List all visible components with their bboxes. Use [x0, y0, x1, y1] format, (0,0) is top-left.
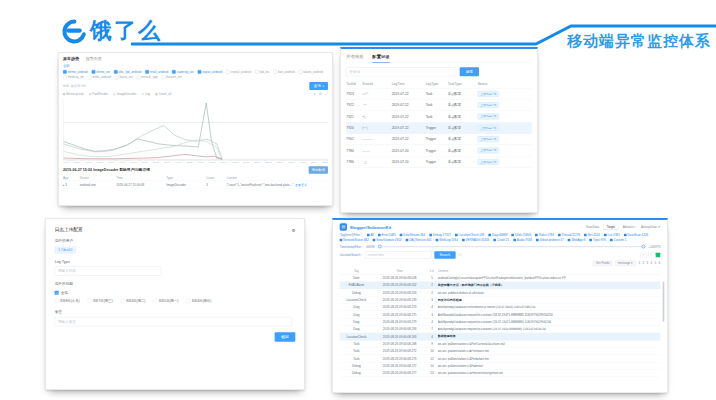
date-option-checkbox[interactable]: 8月8日(今天)	[55, 299, 80, 304]
log-type-input[interactable]: 请输入内容	[55, 266, 162, 275]
table-row[interactable]: 7786· △2019-07-20Trigger手动配置上传日志详情	[346, 156, 531, 167]
app-filter-checkbox[interactable]: retail_android	[145, 70, 168, 74]
page-number[interactable]: 2	[643, 262, 645, 265]
tag-filter-checkbox[interactable]: Crash:21	[493, 238, 509, 241]
tag-filter-checkbox[interactable]: NetworkStatus:682	[340, 238, 369, 241]
table-row[interactable]: 7780— —2019-07-20Trigger手动配置上传日志详情	[346, 145, 531, 156]
table-row[interactable]: 7922· • ·2019-07-22Task手动配置上传日志详情	[346, 100, 531, 111]
page-number[interactable]: 1	[639, 262, 641, 265]
app-filter-checkbox[interactable]: eleme_android	[63, 70, 88, 74]
log-row[interactable]: Diag2019-08-26 09:00:08.2937AsklSpeedyDa…	[340, 326, 661, 333]
tag-filter-checkbox[interactable]: DataStream:364	[400, 233, 426, 236]
log-row[interactable]: Task2019-08-26 09:00:08.27210ws.ars.:pal…	[340, 348, 661, 355]
legend-item[interactable]: Crash_all	[155, 92, 171, 95]
upload-log-detail-button[interactable]: 上传日志详情	[478, 159, 499, 165]
app-filter-checkbox[interactable]: eleme_ios	[92, 70, 110, 74]
tag-filter-checkbox[interactable]: DataScan:1226	[624, 233, 648, 236]
log-row[interactable]: Diag2019-08-26 09:00:08.2734AsklSpeedyDa…	[340, 304, 661, 311]
date-option-checkbox[interactable]: 8月7日(周三)	[88, 299, 113, 304]
app-filter-checkbox[interactable]: talaris_android	[299, 70, 323, 74]
table-row[interactable]: 7920|▪ ▪|2019-07-22Trigger手动配置上传日志详情	[346, 122, 531, 133]
app-filter-checkbox[interactable]: supervip_ios	[172, 70, 194, 74]
table-row[interactable]: 7923≈≈*¹2019-07-22Task手动配置上传日志详情	[346, 88, 531, 99]
tag-filter-checkbox[interactable]: VERNAUtil:31346	[462, 238, 490, 241]
app-filter-checkbox[interactable]: lpd_ios	[255, 70, 269, 74]
tag-filter-checkbox[interactable]: WebApp:6	[568, 238, 586, 241]
log-row[interactable]: Debug2019-08-26 09:00:08.27710ws.ars.:pa…	[340, 362, 661, 369]
date-option-checkbox[interactable]: 8月4日(周日)	[186, 299, 211, 304]
page-number[interactable]: 3	[647, 262, 649, 265]
field-select[interactable]: message ▾	[615, 261, 635, 266]
tag-filter-checkbox[interactable]: Net:4146	[584, 233, 600, 236]
legend-item[interactable]: MemoryLeak	[63, 92, 84, 95]
app-filter-checkbox[interactable]: horus_ios	[115, 76, 133, 80]
log-row[interactable]: LocationCheck2019-08-26 09:00:08.2333网页访…	[340, 296, 661, 303]
app-filter-checkbox[interactable]: medusa_ios	[63, 76, 84, 80]
log-search-button[interactable]: Search	[434, 251, 455, 258]
log-row[interactable]: EVADAlarm2019-08-26 09:00:08.2022监控报警已开启…	[340, 282, 661, 289]
tag-filter-checkbox[interactable]: Topic:876	[589, 238, 606, 241]
upload-log-detail-button[interactable]: 上传日志详情	[478, 102, 499, 108]
download-icon[interactable]: ⇣	[313, 92, 316, 96]
tag-filter-checkbox[interactable]: Urban.probinet:17	[536, 238, 564, 241]
log-row[interactable]: Task2019-08-26 09:00:08.27312ws.ars.:pal…	[340, 355, 661, 362]
legend-item[interactable]: FastRender	[89, 92, 108, 95]
query-button[interactable]: 查询 ▾	[309, 82, 328, 90]
log-row[interactable]: Debug2019-08-26 09:00:08.2032ws.ars: pub…	[340, 289, 661, 296]
slider-handle-left[interactable]	[378, 245, 382, 249]
tab-all-templates[interactable]: 所有模板	[346, 54, 363, 60]
log-search-input[interactable]: content filter	[365, 251, 432, 258]
gear-icon[interactable]: ⚙	[291, 227, 295, 232]
tag-filter-checkbox[interactable]: Error:5485	[378, 233, 396, 236]
page-number[interactable]: 5	[655, 262, 657, 265]
submit-button[interactable]: 确定	[275, 332, 296, 341]
page-prev-button[interactable]: ‹	[640, 252, 646, 258]
log-row[interactable]: Diag2019-08-26 09:00:08.2753AsklSpeedyDa…	[340, 311, 661, 318]
view-more-link[interactable]: 查看更多	[295, 183, 307, 186]
date-option-checkbox[interactable]: 8月5日(周一)	[153, 299, 178, 304]
app-filter-checkbox[interactable]: crystal_android	[226, 70, 251, 74]
tag-filter-checkbox[interactable]: DAQService:461	[406, 238, 432, 241]
refresh-icon[interactable]: ⟳	[319, 92, 322, 96]
app-filter-checkbox[interactable]: beacon_ios	[162, 76, 182, 80]
get-fields-button[interactable]: Get Fields	[593, 261, 612, 266]
log-row[interactable]: Date2019-08-26 09:00:08.0285androidConfi…	[340, 274, 661, 281]
filter-all-link[interactable]: 全部	[63, 63, 328, 68]
table-row[interactable]: 7921¬| ,·2019-07-22Task手动配置上传日志详情	[346, 111, 531, 122]
search-button[interactable]: 搜索	[460, 67, 479, 76]
legend-item[interactable]: ImageDecoder	[113, 92, 136, 95]
app-filter-checkbox[interactable]: walle_android	[88, 76, 111, 80]
upload-log-detail-button[interactable]: 上传日志详情	[478, 91, 499, 97]
upload-log-detail-button[interactable]: 上传日志详情	[478, 148, 499, 154]
page-number[interactable]: 6	[659, 262, 661, 265]
log-row[interactable]: Debug2019-08-26 09:00:08.27713ws.ars.:pa…	[340, 370, 661, 377]
legend-item[interactable]: Lag	[142, 92, 150, 95]
table-row[interactable]: ▸ 3android.arm2019-06-27 15:00:08ImageDe…	[63, 181, 328, 189]
upload-log-detail-button[interactable]: 上传日志详情	[478, 125, 499, 131]
upload-log-detail-button[interactable]: 上传日志详情	[478, 136, 499, 142]
select-all-checkbox[interactable]: ✓ 全选	[55, 290, 296, 295]
tag-filter-checkbox[interactable]: Audio:7603	[513, 238, 532, 241]
export-green-icon[interactable]	[656, 253, 661, 258]
header-action-advance[interactable]: Advance↑	[623, 225, 637, 228]
page-number[interactable]: 4	[651, 262, 653, 265]
tag-filter-checkbox[interactable]: UI/dc:20846	[511, 233, 531, 236]
tag-filter-checkbox[interactable]: Lve:2381	[604, 233, 620, 236]
slider-handle-right[interactable]	[642, 245, 646, 249]
tab-config-records[interactable]: 配置记录	[372, 54, 389, 60]
tab-alarm-list[interactable]: 报警列表	[86, 56, 102, 62]
fullscreen-icon[interactable]: ⤢	[325, 92, 328, 96]
tag-filter-checkbox[interactable]: Debug:17557	[429, 233, 451, 236]
tag-filter-checkbox[interactable]: LocationCheck:198	[455, 233, 484, 236]
log-row[interactable]: Diag2019-08-26 09:00:08.2794AsklSpeedyDa…	[340, 318, 661, 325]
log-row[interactable]: LocationCheck2019-08-26 09:00:08.2634数据检…	[340, 333, 661, 340]
scrollbar[interactable]	[663, 282, 665, 322]
app-filter-checkbox[interactable]: napos_android	[198, 70, 223, 74]
task-search-input[interactable]: 任务id	[346, 67, 456, 76]
date-option-checkbox[interactable]: 8月6日(周二)	[121, 299, 146, 304]
header-action-autoupdata[interactable]: AutoupData⟳	[641, 225, 660, 228]
table-row[interactable]: 7901———2019-07-22Trigger手动配置上传日志详情	[346, 134, 531, 145]
page-next-button[interactable]: ›	[648, 252, 654, 258]
remark-input[interactable]: 请输入备注	[55, 317, 292, 326]
tag-filter-checkbox[interactable]: Thread:11276	[558, 233, 580, 236]
